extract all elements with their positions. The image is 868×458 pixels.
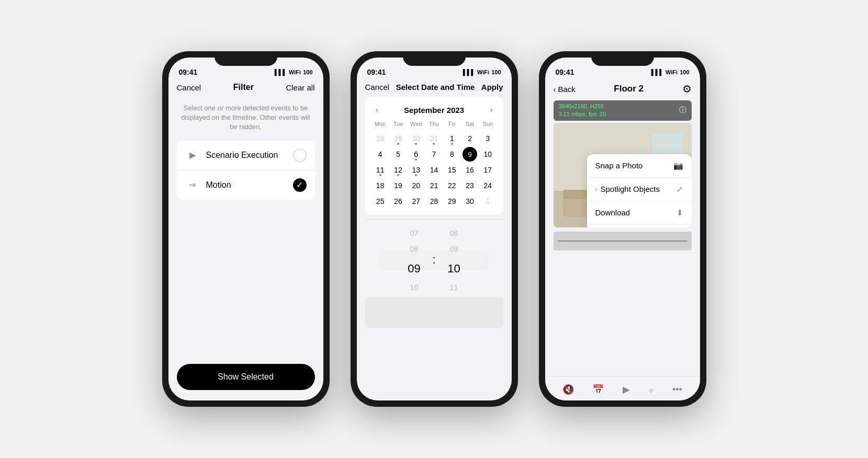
motion-toggle[interactable]: ✓	[293, 178, 307, 192]
phone-screen-3: 09:41 ▌▌▌ WiFi 100 ‹ Back Floor 2 ⚙ 3840…	[545, 58, 700, 400]
event-dot	[397, 174, 399, 176]
mute-button[interactable]: 🔇	[558, 382, 578, 397]
event-dot	[379, 174, 381, 176]
calendar-day[interactable]: 30	[461, 194, 479, 209]
calendar-day[interactable]: 14	[425, 163, 443, 177]
calendar-day[interactable]: 31	[425, 131, 443, 146]
cal-title: Select Date and Time	[396, 83, 475, 91]
calendar-day[interactable]: 16	[461, 163, 479, 177]
camera-feed: Snap a Photo 📷 › Spotlight Objects ⤢ Dow…	[554, 123, 692, 227]
status-time-1: 09:41	[179, 68, 198, 76]
calendar-day[interactable]: 1	[443, 131, 461, 146]
filter-title: Filter	[233, 83, 254, 92]
calendar-day[interactable]: 15	[443, 163, 461, 177]
calendar-day[interactable]: 26	[389, 194, 407, 209]
home-indicator-2	[408, 400, 460, 403]
calendar-day[interactable]: 29	[389, 131, 407, 146]
status-time-2: 09:41	[367, 68, 386, 76]
scenario-label: Scenario Execution	[206, 151, 287, 160]
day-fri: Fri	[443, 120, 461, 128]
prev-month-button[interactable]: ‹	[376, 105, 378, 115]
calendar-day[interactable]: 3	[479, 131, 497, 146]
battery-icon-1: 100	[303, 69, 312, 75]
phone-notch-3	[591, 51, 654, 66]
calendar-day[interactable]: 25	[371, 194, 389, 209]
event-dot	[451, 143, 453, 145]
calendar-day[interactable]: 13	[407, 163, 425, 177]
calendar-day[interactable]: 2	[461, 131, 479, 146]
signal-icon-3: ▌▌▌	[651, 69, 663, 75]
show-selected-button[interactable]: Show Selected	[177, 364, 315, 390]
calendar-day[interactable]: 12	[389, 163, 407, 177]
filter-description: Select one or more detected events to be…	[168, 97, 323, 141]
calendar-day[interactable]: 29	[443, 194, 461, 209]
event-dot	[415, 174, 417, 176]
minute-column[interactable]: 07 08 09 10 11 12	[436, 224, 472, 297]
hour-column[interactable]: 06 07 08 09 10 11	[396, 224, 432, 297]
timeline-strip	[554, 232, 692, 250]
day-thu: Thu	[425, 120, 443, 128]
stream-resolution: 3840x2160, H265	[559, 102, 606, 110]
calendar-day[interactable]: 28	[425, 194, 443, 209]
calendar-day[interactable]: 6	[407, 147, 425, 162]
menu-item-snap[interactable]: Snap a Photo 📷	[587, 154, 692, 178]
calendar-day[interactable]: 20	[407, 178, 425, 193]
status-time-3: 09:41	[556, 68, 574, 76]
back-button[interactable]: ‹ Back	[554, 85, 576, 94]
calendar-day[interactable]: 10	[479, 147, 497, 162]
calendar-day[interactable]: 28	[371, 131, 389, 146]
next-month-button[interactable]: ›	[490, 105, 492, 115]
calendar-nav-bar: Cancel Select Date and Time Apply	[357, 78, 512, 97]
context-menu: Snap a Photo 📷 › Spotlight Objects ⤢ Dow…	[587, 154, 692, 227]
motion-label: Motion	[206, 180, 287, 190]
cal-cancel-button[interactable]: Cancel	[365, 83, 390, 91]
calendar-day[interactable]: 27	[407, 194, 425, 209]
calendar-day[interactable]: 11	[371, 163, 389, 177]
camera-icon: 📷	[673, 161, 683, 170]
phone-camera: 09:41 ▌▌▌ WiFi 100 ‹ Back Floor 2 ⚙ 3840…	[539, 51, 706, 407]
calendar-day[interactable]: 22	[443, 178, 461, 193]
filter-button[interactable]: ⬦	[644, 382, 658, 397]
cal-apply-button[interactable]: Apply	[481, 83, 503, 91]
bottom-toolbar: 🔇 📅 ▶ ⬦ •••	[545, 376, 700, 400]
signal-icon-1: ▌▌▌	[275, 69, 287, 75]
calendar-day[interactable]: 7	[425, 147, 443, 162]
calendar-day[interactable]: 21	[425, 178, 443, 193]
menu-item-download[interactable]: Download ⬇	[587, 201, 692, 225]
filter-item-motion[interactable]: ⇒ Motion ✓	[177, 170, 315, 200]
calendar-day[interactable]: 17	[479, 163, 497, 177]
day-sat: Sat	[461, 120, 479, 128]
calendar-day[interactable]: 19	[389, 178, 407, 193]
play-button[interactable]: ▶	[618, 382, 634, 397]
phone-notch	[215, 51, 277, 66]
selected-calendar-day[interactable]: 9	[463, 147, 477, 162]
calendar-button[interactable]: 📅	[588, 382, 608, 397]
info-icon[interactable]: ⓘ	[679, 106, 686, 115]
calendar-day[interactable]: 8	[443, 147, 461, 162]
calendar-day[interactable]: 30	[407, 131, 425, 146]
calendar-days-header: Mon Tue Wed Thu Fri Sat Sun	[371, 120, 497, 128]
menu-item-spotlight[interactable]: › Spotlight Objects ⤢	[587, 178, 692, 201]
menu-item-quality[interactable]: › Video Quality ⚙	[587, 225, 692, 227]
more-button[interactable]: •••	[668, 382, 686, 397]
status-icons-1: ▌▌▌ WiFi 100	[275, 69, 313, 75]
timeline-bar	[558, 241, 687, 242]
battery-icon-2: 100	[491, 69, 501, 75]
time-picker[interactable]: 06 07 08 09 10 11 : 07 08 09 10 11 12	[357, 224, 512, 297]
cancel-button[interactable]: Cancel	[177, 83, 201, 92]
calendar-day[interactable]: 18	[371, 178, 389, 193]
calendar-day[interactable]: 5	[389, 147, 407, 162]
calendar-day[interactable]: 4	[371, 147, 389, 162]
scenario-toggle[interactable]	[293, 148, 307, 162]
download-label: Download	[595, 208, 630, 217]
stream-info-bar: 3840x2160, H265 3.11 mbps, fps: 20 ⓘ	[554, 100, 692, 121]
settings-icon[interactable]: ⚙	[682, 83, 692, 95]
filter-nav-bar: Cancel Filter Clear all	[168, 78, 323, 97]
calendar-day[interactable]: 1	[479, 194, 497, 209]
calendar-container: ‹ September 2023 › Mon Tue Wed Thu Fri S…	[365, 97, 503, 215]
snap-label: Snap a Photo	[595, 161, 643, 170]
filter-item-scenario[interactable]: ▶ Scenario Execution	[177, 141, 315, 170]
clear-all-button[interactable]: Clear all	[286, 83, 314, 92]
calendar-day[interactable]: 23	[461, 178, 479, 193]
calendar-day[interactable]: 24	[479, 178, 497, 193]
